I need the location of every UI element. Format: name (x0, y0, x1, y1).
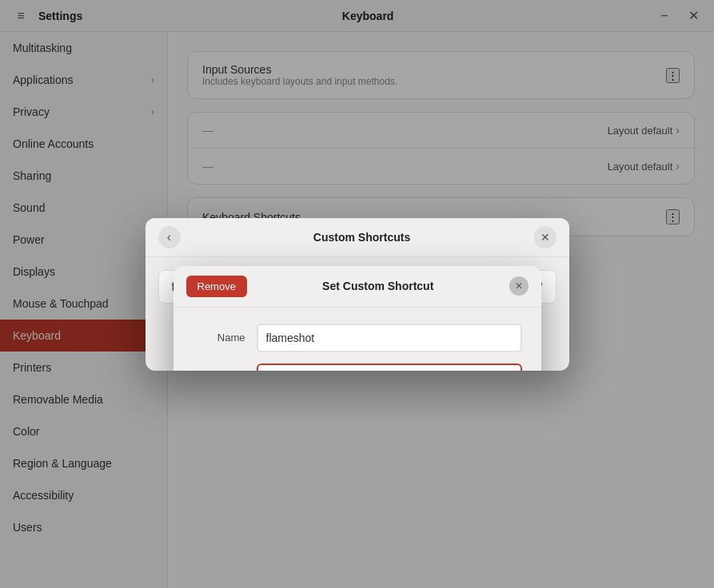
inner-dialog-header: Remove Set Custom Shortcut ✕ (174, 266, 541, 308)
set-custom-shortcut-dialog: Remove Set Custom Shortcut ✕ Name Comman… (174, 266, 541, 371)
command-input[interactable] (257, 364, 522, 371)
overlay: ‹ Custom Shortcuts ✕ flameshot Ctrl+W + … (0, 0, 714, 588)
remove-button[interactable]: Remove (186, 276, 247, 297)
inner-close-button[interactable]: ✕ (509, 276, 529, 296)
name-field-row: Name (193, 324, 522, 352)
dialog-close-button[interactable]: ✕ (534, 226, 556, 248)
dialog-title: Custom Shortcuts (190, 231, 534, 244)
custom-shortcuts-dialog: ‹ Custom Shortcuts ✕ flameshot Ctrl+W + … (146, 218, 569, 371)
inner-dialog-body: Name Command Shortcut Ctrl + W ⌫ (174, 308, 541, 371)
command-field-row: Command (193, 364, 522, 371)
name-label: Name (193, 332, 257, 344)
dialog-title-bar: ‹ Custom Shortcuts ✕ (146, 218, 569, 257)
dialog-back-button[interactable]: ‹ (158, 226, 181, 248)
name-input[interactable] (257, 324, 522, 352)
inner-dialog-title: Set Custom Shortcut (247, 280, 509, 292)
